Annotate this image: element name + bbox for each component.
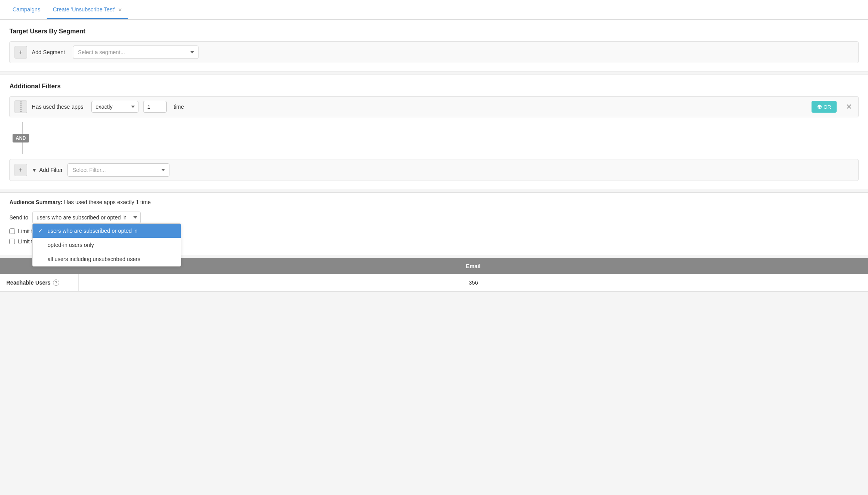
target-users-section: Target Users By Segment + Add Segment Se… bbox=[0, 20, 868, 71]
dropdown-item-opted-in-label: opted-in users only bbox=[47, 242, 94, 248]
send-to-label: Send to bbox=[9, 214, 28, 221]
add-filter-row: + ▼ Add Filter Select Filter... bbox=[9, 159, 859, 181]
top-tabs: Campaigns Create 'Unsubscribe Test' ✕ bbox=[0, 0, 868, 20]
condition-select[interactable]: exactly at least at most not bbox=[91, 101, 138, 113]
add-segment-row: + Add Segment Select a segment... bbox=[9, 41, 859, 63]
add-filter-text: Add Filter bbox=[39, 167, 63, 173]
add-segment-label: Add Segment bbox=[32, 49, 65, 55]
add-filter-plus-icon: + bbox=[19, 166, 22, 174]
tab-create-campaign[interactable]: Create 'Unsubscribe Test' ✕ bbox=[47, 1, 128, 19]
has-used-apps-row: Has used these apps exactly at least at … bbox=[9, 96, 859, 117]
and-line-top bbox=[22, 122, 23, 134]
send-to-select[interactable]: users who are subscribed or opted in opt… bbox=[32, 212, 141, 223]
drag-handle-dots bbox=[20, 101, 22, 112]
additional-filters-section: Additional Filters Has used these apps e… bbox=[0, 75, 868, 189]
main-content: Target Users By Segment + Add Segment Se… bbox=[0, 20, 868, 292]
dropdown-item-subscribed-label: users who are subscribed or opted in bbox=[47, 228, 138, 234]
send-to-dropdown-menu: ✓ users who are subscribed or opted in o… bbox=[32, 223, 181, 267]
dropdown-item-opted-in[interactable]: opted-in users only bbox=[33, 238, 181, 252]
tab-close-icon[interactable]: ✕ bbox=[118, 7, 122, 13]
tab-campaigns[interactable]: Campaigns bbox=[6, 1, 47, 19]
and-line-bottom bbox=[22, 142, 23, 154]
time-label: time bbox=[174, 104, 184, 110]
and-badge[interactable]: AND bbox=[13, 134, 29, 142]
reachable-users-label: Reachable Users ? bbox=[0, 274, 78, 291]
limit-rate-checkbox[interactable] bbox=[9, 239, 15, 244]
and-connector: AND bbox=[9, 119, 859, 157]
or-plus-icon: ⊕ bbox=[817, 103, 822, 110]
or-button-label: OR bbox=[824, 104, 832, 110]
tab-create-campaign-label: Create 'Unsubscribe Test' bbox=[53, 6, 115, 13]
add-segment-plus-btn[interactable]: + bbox=[15, 46, 27, 58]
plus-icon: + bbox=[19, 49, 22, 56]
drag-handle-btn[interactable] bbox=[15, 100, 27, 113]
has-used-apps-label: Has used these apps bbox=[32, 104, 84, 110]
remove-filter-btn[interactable]: ✕ bbox=[844, 102, 853, 111]
additional-filters-title: Additional Filters bbox=[9, 83, 859, 90]
dropdown-item-subscribed[interactable]: ✓ users who are subscribed or opted in bbox=[33, 224, 181, 238]
add-filter-plus-btn[interactable]: + bbox=[15, 164, 27, 176]
funnel-icon: ▼ bbox=[32, 167, 37, 173]
audience-summary-section: Audience Summary: Has used these apps ex… bbox=[0, 192, 868, 255]
dropdown-item-all-users-label: all users including unsubscribed users bbox=[47, 256, 140, 262]
send-to-dropdown-wrapper[interactable]: users who are subscribed or opted in opt… bbox=[32, 212, 141, 223]
audience-summary-value: Has used these apps exactly 1 time bbox=[64, 199, 151, 205]
table-row-reachable: Reachable Users ? 356 bbox=[0, 274, 868, 292]
reachable-users-email-value: 356 bbox=[78, 274, 868, 291]
table-header-email: Email bbox=[78, 258, 868, 274]
limit-frequency-checkbox[interactable] bbox=[9, 228, 15, 234]
audience-summary-text: Audience Summary: Has used these apps ex… bbox=[9, 199, 859, 205]
audience-summary-label: Audience Summary: bbox=[9, 199, 62, 205]
add-filter-label-group: ▼ Add Filter bbox=[32, 167, 63, 173]
filter-select[interactable]: Select Filter... bbox=[67, 163, 169, 177]
segment-select[interactable]: Select a segment... bbox=[73, 46, 198, 59]
dropdown-item-all-users[interactable]: all users including unsubscribed users bbox=[33, 252, 181, 266]
or-button[interactable]: ⊕ OR bbox=[812, 101, 837, 113]
send-to-row: Send to users who are subscribed or opte… bbox=[9, 212, 859, 223]
check-icon: ✓ bbox=[38, 228, 44, 234]
target-users-title: Target Users By Segment bbox=[9, 28, 859, 35]
reachable-users-help-icon[interactable]: ? bbox=[53, 279, 59, 286]
count-input[interactable] bbox=[143, 101, 167, 113]
